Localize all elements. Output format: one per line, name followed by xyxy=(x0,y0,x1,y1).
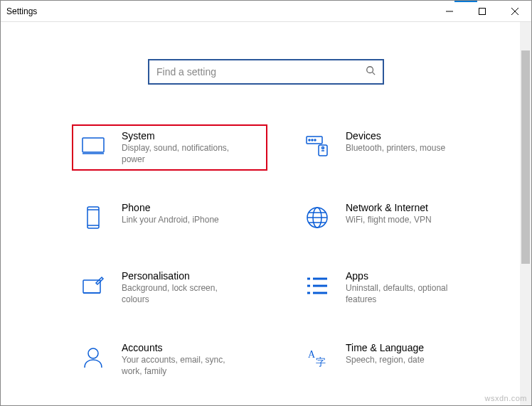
content-area: System Display, sound, notifications, po… xyxy=(1,22,531,405)
svg-line-5 xyxy=(373,73,376,75)
search-container xyxy=(1,59,531,85)
search-icon xyxy=(366,65,376,78)
card-title: System xyxy=(122,130,243,141)
card-system[interactable]: System Display, sound, notifications, po… xyxy=(72,124,267,171)
scroll-thumb[interactable] xyxy=(521,50,530,264)
system-icon xyxy=(78,130,109,161)
maximize-button[interactable] xyxy=(466,1,499,22)
card-desc: Link your Android, iPhone xyxy=(122,215,219,226)
accounts-icon xyxy=(78,342,109,373)
svg-text:字: 字 xyxy=(316,357,326,368)
settings-grid: System Display, sound, notifications, po… xyxy=(1,85,531,383)
svg-rect-6 xyxy=(83,138,104,152)
window-controls xyxy=(433,1,531,22)
accent-strip xyxy=(454,0,477,2)
card-title: Phone xyxy=(122,202,219,213)
svg-point-9 xyxy=(309,139,310,141)
phone-icon xyxy=(78,202,109,233)
scrollbar[interactable] xyxy=(520,22,531,405)
card-title: Apps xyxy=(346,270,467,282)
card-desc: Display, sound, notifications, power xyxy=(122,143,243,165)
watermark: wsxdn.com xyxy=(484,394,527,402)
card-title: Personalisation xyxy=(122,270,243,282)
card-desc: WiFi, flight mode, VPN xyxy=(346,215,432,226)
card-personalisation[interactable]: Personalisation Background, lock screen,… xyxy=(72,265,267,311)
apps-icon xyxy=(302,270,333,301)
devices-icon xyxy=(302,130,333,161)
card-desc: Your accounts, email, sync, work, family xyxy=(122,355,243,377)
card-phone[interactable]: Phone Link your Android, iPhone xyxy=(72,196,267,239)
svg-point-11 xyxy=(314,139,316,141)
card-desc: Bluetooth, printers, mouse xyxy=(346,143,445,154)
card-devices[interactable]: Devices Bluetooth, printers, mouse xyxy=(296,124,491,171)
svg-text:A: A xyxy=(308,349,316,360)
svg-point-4 xyxy=(367,67,373,73)
titlebar: Settings xyxy=(1,1,531,22)
card-title: Time & Language xyxy=(346,342,425,353)
close-button[interactable] xyxy=(499,1,531,22)
card-title: Devices xyxy=(346,130,445,141)
minimize-button[interactable] xyxy=(433,1,466,22)
card-title: Accounts xyxy=(122,342,243,353)
svg-point-31 xyxy=(88,348,98,358)
card-network[interactable]: Network & Internet WiFi, flight mode, VP… xyxy=(296,196,491,239)
svg-point-10 xyxy=(312,139,313,141)
card-accounts[interactable]: Accounts Your accounts, email, sync, wor… xyxy=(72,336,267,383)
window-title: Settings xyxy=(1,6,37,16)
card-time[interactable]: A字 Time & Language Speech, region, date xyxy=(296,336,491,383)
card-desc: Speech, region, date xyxy=(346,355,425,366)
search-box[interactable] xyxy=(148,59,384,85)
svg-rect-23 xyxy=(83,280,100,293)
card-title: Network & Internet xyxy=(346,202,432,213)
card-apps[interactable]: Apps Uninstall, defaults, optional featu… xyxy=(296,265,491,311)
svg-point-13 xyxy=(322,147,324,149)
svg-rect-1 xyxy=(479,8,486,14)
card-desc: Uninstall, defaults, optional features xyxy=(346,283,467,305)
card-desc: Background, lock screen, colours xyxy=(122,283,243,305)
search-input[interactable] xyxy=(156,66,366,78)
network-icon xyxy=(302,202,333,233)
time-language-icon: A字 xyxy=(302,342,333,373)
personalisation-icon xyxy=(78,270,109,301)
